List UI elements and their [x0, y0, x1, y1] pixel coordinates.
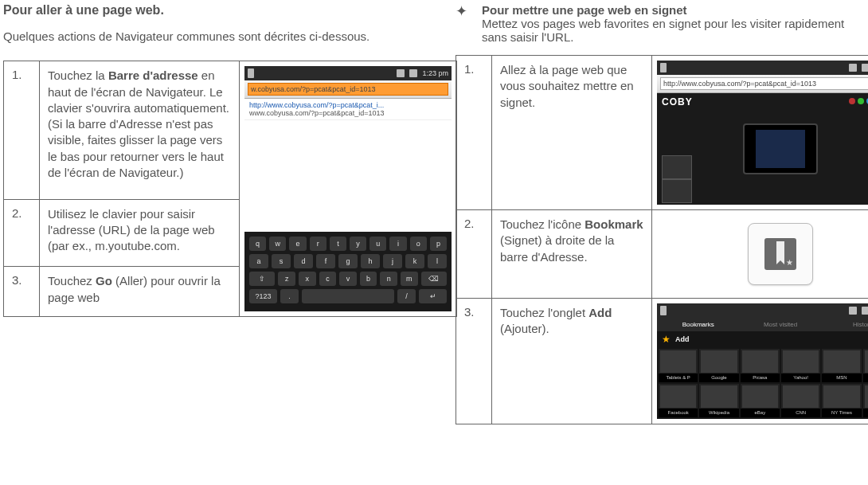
- suggestion-row: http://www.cobyusa.com/?p=pcat&pcat_i...…: [244, 99, 452, 120]
- step-text-pre: Touchez: [48, 274, 96, 287]
- bookmark-label: Google: [699, 374, 738, 382]
- wifi-icon: [849, 64, 857, 72]
- keyboard-key: b: [360, 272, 377, 286]
- bookmark-thumb: [660, 350, 696, 373]
- screenshot-address-suggestions: 1:23 pm w.cobyusa.com/?p=pcat&pcat_id=10…: [244, 66, 452, 311]
- star-icon: ★: [662, 334, 671, 345]
- keyboard-key: ⇧: [249, 272, 275, 286]
- bookmark-icon: ★: [764, 238, 796, 270]
- bullet-title: Pour mettre une page web en signet: [482, 3, 687, 17]
- keyboard-key: l: [428, 254, 447, 268]
- step-text-pre: Touchez l'icône: [500, 217, 585, 231]
- bookmark-cell: Picasa: [741, 349, 780, 382]
- keyboard-key: w: [269, 237, 286, 251]
- address-bar: w.cobyusa.com/?p=pcat&pcat_id=1013: [244, 80, 452, 99]
- bookmark-label: eBay: [741, 409, 780, 417]
- battery-icon: [409, 69, 417, 77]
- usb-icon: [248, 68, 254, 78]
- bookmarks-grid: Tablets & PGooglePicasaYahoo!MSNMySpaceF…: [657, 347, 868, 419]
- step-number: 2.: [4, 199, 40, 267]
- step-desc: Touchez la Barre d'adresse en haut de l'…: [40, 61, 240, 199]
- bookmark-cell: Google: [699, 349, 738, 382]
- bookmark-tabs: Bookmarks Most visited History: [657, 318, 868, 331]
- on-screen-keyboard: qwertyuiop asdfghjkl ⇧zxcvbnm⌫ ?123./↵: [244, 232, 452, 311]
- keyboard-key: h: [361, 254, 380, 268]
- ribbon-icon: [776, 241, 784, 260]
- bookmark-thumb: [742, 385, 778, 408]
- table-row: 1. Allez à la page web que vous souhaite…: [456, 56, 869, 210]
- bookmark-thumb: [660, 385, 696, 408]
- battery-icon: [862, 307, 868, 315]
- bookmark-cell: Wikipedia: [699, 384, 738, 417]
- bullet-heading-row: ✦ Pour mettre une page web en signet Met…: [456, 3, 868, 44]
- address-input: w.cobyusa.com/?p=pcat&pcat_id=1013: [248, 83, 448, 96]
- keyboard-key: ?123: [249, 289, 277, 303]
- tablet-hero-image: [743, 123, 818, 174]
- keyboard-key: q: [249, 237, 266, 251]
- tab-bookmarks: Bookmarks: [657, 318, 739, 331]
- step-text-bold: Barre d'adresse: [108, 68, 198, 82]
- keyboard-key: r: [310, 237, 326, 251]
- keyboard-key: y: [350, 237, 366, 251]
- keyboard-key: v: [339, 272, 357, 286]
- right-screenshot-2: ★: [652, 210, 869, 299]
- bookmark-thumb: [823, 385, 859, 408]
- right-screenshot-1: 1:22 pm http://www.cobyusa.com/?p=pcat&p…: [652, 56, 869, 210]
- left-subtext: Quelques actions de Navigateur communes …: [3, 29, 424, 45]
- status-time: 1:23 pm: [422, 69, 448, 77]
- star-icon: ★: [786, 258, 793, 267]
- step-number: 1.: [4, 61, 40, 199]
- left-heading: Pour aller à une page web.: [3, 3, 424, 18]
- keyboard-key: .: [280, 289, 299, 303]
- bookmark-cell: Facebook: [659, 384, 698, 417]
- left-steps-table: 1. Touchez la Barre d'adresse en haut de…: [3, 61, 457, 317]
- keyboard-key: /: [397, 289, 416, 303]
- bookmark-thumb: [701, 385, 737, 408]
- wifi-icon: [849, 307, 857, 315]
- bookmark-cell: MySpace: [863, 349, 868, 382]
- bookmark-thumb: [783, 385, 819, 408]
- bullet-text-block: Pour mettre une page web en signet Mette…: [482, 3, 868, 44]
- keyboard-key: u: [369, 237, 386, 251]
- status-bar: 1:22 pm: [657, 61, 868, 75]
- keyboard-key: s: [272, 254, 291, 268]
- keyboard-key: x: [299, 272, 316, 286]
- usb-icon: [660, 306, 667, 315]
- step-desc: Allez à la page web que vous souhaitez m…: [492, 56, 652, 210]
- coby-logo: COBY: [662, 96, 693, 108]
- blank-area: [244, 120, 452, 232]
- keyboard-key: e: [289, 237, 306, 251]
- step-text-pre: Touchez l'onglet: [500, 306, 588, 319]
- left-screenshot-cell: 1:23 pm w.cobyusa.com/?p=pcat&pcat_id=10…: [240, 61, 457, 317]
- bookmark-cell: MSN: [822, 349, 861, 382]
- bookmark-label: MSN: [822, 374, 861, 382]
- keyboard-key: ↵: [419, 289, 447, 303]
- bookmark-cell: Tablets & P: [659, 349, 698, 382]
- keyboard-row-2: asdfghjkl: [249, 254, 447, 268]
- webpage-content: COBY: [657, 93, 868, 205]
- step-desc: Utilisez le clavier pour saisir l'adress…: [40, 199, 240, 267]
- thumb-image: [662, 179, 692, 203]
- bookmark-thumb: [865, 385, 868, 408]
- bookmark-thumb: [783, 350, 819, 373]
- step-number: 3.: [4, 267, 40, 317]
- keyboard-key: c: [319, 272, 337, 286]
- table-row: 1. Touchez la Barre d'adresse en haut de…: [4, 61, 457, 199]
- thumb-image: [662, 155, 692, 179]
- step-desc: Touchez l'onglet Add (Ajouter).: [492, 299, 652, 424]
- document-page: Pour aller à une page web. Quelques acti…: [0, 0, 868, 424]
- status-bar: 1:23 pm: [657, 303, 868, 318]
- keyboard-key: o: [410, 237, 427, 251]
- keyboard-key: f: [316, 254, 335, 268]
- step-desc: Touchez Go (Aller) pour ouvrir la page w…: [40, 267, 240, 317]
- screenshot-bookmarks: 1:23 pm Bookmarks Most visited History ★…: [657, 303, 868, 419]
- keyboard-key: m: [401, 272, 418, 286]
- bookmark-label: Wikipedia: [699, 409, 738, 417]
- tab-most-visited: Most visited: [739, 318, 821, 331]
- status-right: 1:23 pm: [397, 69, 448, 77]
- keyboard-key: i: [389, 237, 406, 251]
- bookmark-label: Picasa: [741, 374, 780, 382]
- right-screenshot-3: 1:23 pm Bookmarks Most visited History ★…: [652, 299, 869, 424]
- address-bar: http://www.cobyusa.com/?p=pcat&pcat_id=1…: [657, 75, 868, 93]
- status-bar: 1:23 pm: [244, 66, 452, 80]
